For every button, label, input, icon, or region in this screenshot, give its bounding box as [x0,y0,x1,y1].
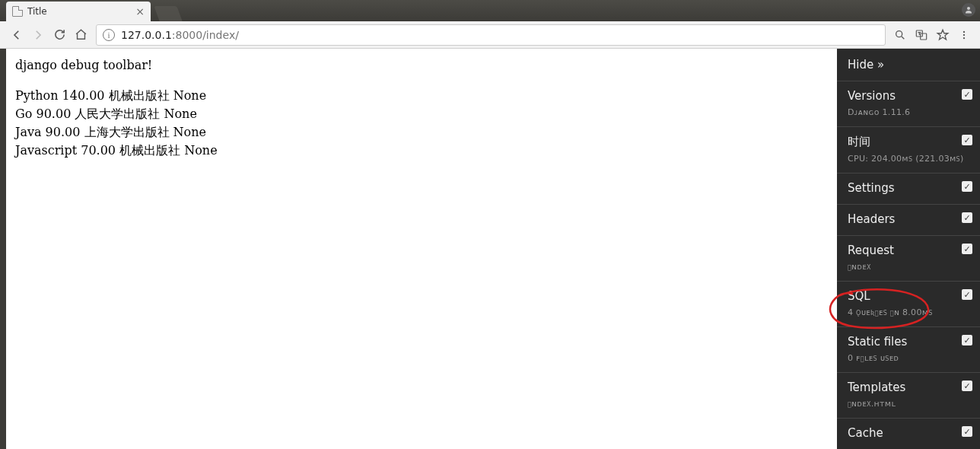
djdt-panel-subtitle: Dᴊᴀɴɢᴏ 1.11.6 [848,107,969,117]
checkbox-icon[interactable]: ✓ [962,89,972,100]
menu-icon[interactable] [957,28,971,42]
back-button[interactable] [8,26,26,44]
zoom-icon[interactable] [893,28,907,42]
checkbox-icon[interactable]: ✓ [962,335,972,346]
djdt-panel-title: Templates [848,381,969,394]
djdt-panel-subtitle: CPU: 204.00ᴍs (221.03ᴍs) [848,154,969,164]
data-row: Javascript 70.00 机械出版社 None [15,142,828,160]
close-icon[interactable]: × [135,5,145,18]
user-icon[interactable] [962,3,975,17]
window-edge [0,49,6,449]
data-rows: Python 140.00 机械出版社 NoneGo 90.00 人民大学出版社… [15,87,828,160]
djdt-panel-title: Cache [848,426,969,440]
toolbar-right [890,28,974,42]
djdt-panel-title: Settings [848,181,969,195]
star-icon[interactable] [936,28,950,42]
data-row: Python 140.00 机械出版社 None [15,87,828,105]
djdt-panel-subtitle: ɪɴᴅᴇx [848,262,969,272]
checkbox-icon[interactable]: ✓ [962,212,972,223]
djdt-panel-templates[interactable]: Templatesɪɴᴅᴇx.ʜᴛᴍʟ✓ [837,373,980,419]
djdt-panel-subtitle: ɪɴᴅᴇx.ʜᴛᴍʟ [848,399,969,409]
djdt-panel-settings[interactable]: Settings✓ [837,174,980,205]
djdt-panel-title: SQL [848,289,969,303]
djdt-panel-title: Versions [848,89,969,103]
djdt-panel-subtitle: 4 ǫᴜᴇʀɪᴇs ɪɴ 8.00ᴍs [848,307,969,317]
page-heading: django debug toolbar! [15,56,828,75]
djdt-hide-button[interactable]: Hide » [837,49,980,81]
django-debug-toolbar: Hide » VersionsDᴊᴀɴɢᴏ 1.11.6✓时间CPU: 204.… [837,49,980,449]
checkbox-icon[interactable]: ✓ [962,289,972,300]
checkbox-icon[interactable]: ✓ [962,426,972,437]
djdt-panel-static-files[interactable]: Static files0 ꜰɪʟᴇs ᴜsᴇᴅ✓ [837,327,980,373]
new-tab-button[interactable] [154,6,182,21]
checkbox-icon[interactable]: ✓ [962,135,972,145]
reload-button[interactable] [50,26,68,44]
checkbox-icon[interactable]: ✓ [962,244,972,254]
browser-toolbar: i 127.0.0.1:8000/index/ [0,21,980,49]
workspace: django debug toolbar! Python 140.00 机械出版… [0,49,980,449]
djdt-panel-sql[interactable]: SQL4 ǫᴜᴇʀɪᴇs ɪɴ 8.00ᴍs✓ [837,282,980,327]
address-bar[interactable]: i 127.0.0.1:8000/index/ [96,24,886,46]
checkbox-icon[interactable]: ✓ [962,381,972,391]
data-row: Java 90.00 上海大学出版社 None [15,123,828,142]
djdt-panel-title: Request [848,244,969,257]
djdt-panel-title: Static files [848,335,969,349]
svg-point-6 [963,37,965,38]
page-content: django debug toolbar! Python 140.00 机械出版… [6,49,837,449]
window-titlebar: Title × [0,0,980,21]
svg-point-1 [896,30,902,37]
home-button[interactable] [72,26,90,44]
page-icon [12,6,23,17]
tab-title: Title [27,6,47,17]
djdt-panel-title: 时间 [848,135,969,149]
djdt-panel-时间[interactable]: 时间CPU: 204.00ᴍs (221.03ᴍs)✓ [837,127,980,174]
svg-point-0 [967,7,970,10]
data-row: Go 90.00 人民大学出版社 None [15,105,828,123]
svg-point-4 [963,30,965,32]
forward-button[interactable] [29,26,47,44]
browser-tab[interactable]: Title × [6,2,151,21]
translate-icon[interactable] [915,28,928,42]
djdt-panel-title: Headers [848,212,969,226]
checkbox-icon[interactable]: ✓ [962,181,972,192]
address-host: 127.0.0.1 [121,29,172,41]
djdt-panel-headers[interactable]: Headers✓ [837,205,980,236]
svg-point-5 [963,33,965,35]
djdt-panel-subtitle: 0 ꜰɪʟᴇs ᴜsᴇᴅ [848,353,969,363]
address-path: :8000/index/ [172,29,239,41]
djdt-panel-cache[interactable]: Cache✓ [837,419,980,449]
djdt-panel-versions[interactable]: VersionsDᴊᴀɴɢᴏ 1.11.6✓ [837,81,980,127]
info-icon[interactable]: i [103,29,115,41]
djdt-panel-request[interactable]: Requestɪɴᴅᴇx✓ [837,236,980,282]
tab-strip: Title × [6,0,180,21]
